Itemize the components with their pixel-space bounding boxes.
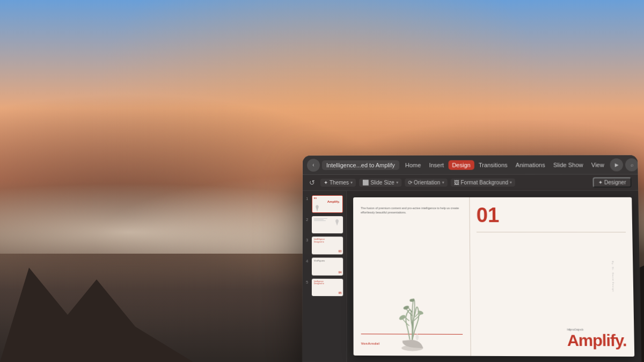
slide-2-container: 2 — [306, 216, 343, 234]
back-button[interactable]: ‹ — [307, 159, 320, 172]
slide-amplify-big: Intelligence Designed to Amplify. — [567, 328, 626, 349]
slide-thumb-5[interactable]: Intelligence Designed to 05 — [312, 278, 343, 296]
themes-chevron: ▾ — [350, 180, 353, 185]
slide-1-container: 1 B1 Amplify. — [306, 195, 343, 213]
svg-point-2 — [402, 305, 409, 311]
svg-point-1 — [398, 314, 406, 321]
orientation-icon: ⟳ — [408, 180, 412, 186]
menu-transitions[interactable]: Transitions — [475, 160, 511, 169]
themes-icon: ✦ — [324, 180, 328, 186]
search-button[interactable]: ⌕ — [625, 158, 639, 171]
menu-slideshow[interactable]: Slide Show — [550, 160, 587, 169]
slide-1-number: 1 — [306, 195, 310, 201]
slide-canvas[interactable]: The fusion of premium content and pro-ac… — [353, 197, 634, 357]
undo-button[interactable]: ↺ — [309, 179, 315, 187]
slide-2-number: 2 — [306, 216, 310, 222]
slide-3-container: 3 IntelliHgence Designed to 03 — [306, 237, 343, 254]
menu-home[interactable]: Home — [401, 160, 425, 169]
slide-4-number: 4 — [306, 257, 310, 263]
play-button[interactable]: ▶ — [610, 158, 624, 171]
slide-thumb-1[interactable]: B1 Amplify. — [312, 195, 343, 213]
slide-size-chevron: ▾ — [396, 180, 398, 185]
menu-design[interactable]: Design — [448, 160, 474, 169]
slide-thumb-3[interactable]: IntelliHgence Designed to 03 — [312, 237, 343, 254]
format-bg-button[interactable]: 🖼 Format Background ▾ — [450, 179, 515, 187]
slide-size-icon: ⬜ — [362, 180, 369, 186]
slide-size-label: Slide Size — [370, 180, 394, 186]
titlebar: ‹ Intelligence...ed to Amplify Home Inse… — [303, 155, 638, 175]
slide-4-container: 4 VonFigures 04 — [306, 257, 343, 275]
menu-view[interactable]: View — [588, 160, 608, 169]
slide-divider — [477, 232, 626, 232]
app-window: ‹ Intelligence...ed to Amplify Home Inse… — [151, 78, 486, 299]
slide-3-number: 3 — [306, 237, 310, 242]
designer-button[interactable]: ✦ Designer — [592, 178, 631, 188]
orientation-button[interactable]: ⟳ Orientation ▾ — [405, 179, 447, 187]
plant-svg — [365, 277, 459, 356]
designer-icon: ✦ — [598, 180, 603, 186]
slide-body-text: The fusion of premium content and pro-ac… — [361, 206, 462, 215]
slide-inner: The fusion of premium content and pro-ac… — [353, 197, 634, 357]
orientation-chevron: ▾ — [442, 180, 444, 185]
themes-button[interactable]: ✦ Themes ▾ — [320, 179, 356, 187]
toolbar: ↺ ✦ Themes ▾ ⬜ Slide Size ▾ ⟳ Orientatio… — [303, 174, 638, 191]
canvas-area: The fusion of premium content and pro-ac… — [347, 191, 641, 362]
menu-insert[interactable]: Insert — [425, 160, 448, 169]
slide-number-big: 01 — [476, 205, 625, 225]
amplify-text: Amplify. — [567, 332, 626, 349]
window-controls: ▶ ⌕ ⬆ ••• — [610, 158, 641, 171]
slide-size-button[interactable]: ⬜ Slide Size ▾ — [359, 179, 401, 187]
themes-label: Themes — [330, 180, 349, 186]
orientation-label: Orientation — [414, 180, 440, 186]
slide-thumb-4[interactable]: VonFigures 04 — [312, 257, 343, 275]
format-bg-chevron: ▾ — [510, 180, 512, 185]
slide-plant — [353, 268, 471, 356]
slide-thumb-2[interactable] — [312, 216, 343, 234]
menu-animations[interactable]: Animations — [512, 160, 549, 169]
menu-bar: Home Insert Design Transitions Animation… — [401, 160, 608, 170]
doc-title: Intelligence...ed to Amplify — [322, 160, 399, 169]
slide-5-number: 5 — [306, 278, 310, 284]
format-bg-label: Format Background — [460, 180, 508, 186]
format-bg-icon: 🖼 — [453, 180, 459, 186]
slide-panel: 1 B1 Amplify. — [303, 191, 347, 362]
slide-vertical-text: By: Dr. David Design — [611, 261, 614, 292]
main-content: 1 B1 Amplify. — [303, 191, 641, 362]
slide-5-container: 5 Intelligence Designed to 05 — [306, 278, 343, 296]
designer-label: Designer — [604, 180, 626, 186]
